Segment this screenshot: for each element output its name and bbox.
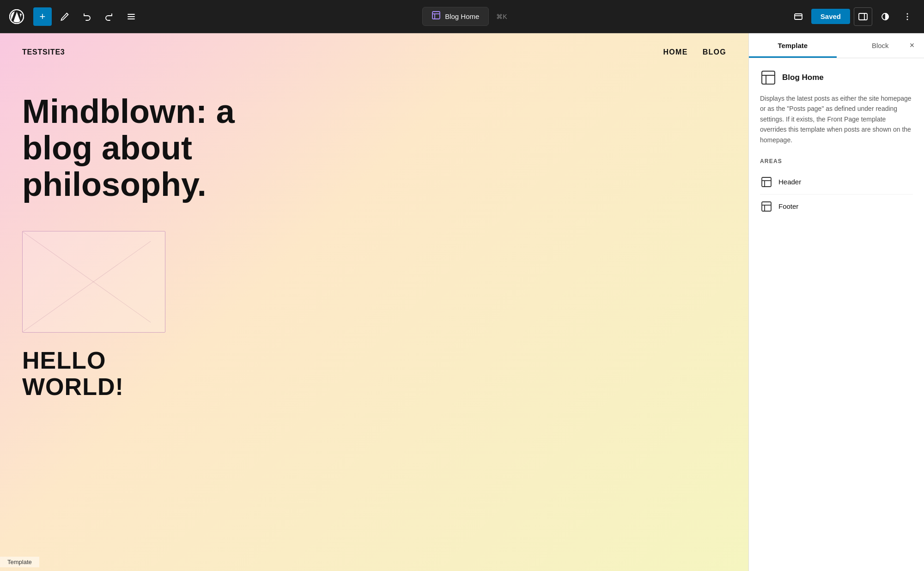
blog-title: Mindblown: a blog about philosophy. <box>0 56 323 203</box>
wp-logo[interactable] <box>7 7 26 26</box>
svg-point-15 <box>907 18 908 20</box>
blog-home-label: Blog Home <box>445 12 479 20</box>
template-icon <box>432 11 440 22</box>
svg-point-13 <box>907 13 908 14</box>
nav-blog[interactable]: BLOG <box>703 48 726 56</box>
toolbar-right: Saved <box>789 7 917 26</box>
footer-area-name: Footer <box>778 202 798 210</box>
template-description: Displays the latest posts as either the … <box>760 93 913 145</box>
svg-rect-22 <box>762 202 771 211</box>
template-name: Blog Home <box>782 73 824 82</box>
blog-home-button[interactable]: Blog Home <box>422 7 489 26</box>
sidebar-close-button[interactable]: × <box>902 36 922 56</box>
theme-toggle-button[interactable] <box>876 7 894 26</box>
sidebar-tabs: Template Block × <box>749 33 924 58</box>
svg-rect-10 <box>859 13 867 20</box>
nav-links: HOME BLOG <box>663 48 726 56</box>
redo-button[interactable] <box>100 7 118 26</box>
area-header[interactable]: Header <box>760 170 913 194</box>
footer-area-icon <box>760 200 773 213</box>
site-title: TESTSITE3 <box>22 48 65 56</box>
sidebar-content: Blog Home Displays the latest posts as e… <box>749 58 924 571</box>
saved-button[interactable]: Saved <box>811 9 850 24</box>
header-area-name: Header <box>778 178 801 186</box>
post-image-placeholder <box>22 231 165 333</box>
tab-template[interactable]: Template <box>749 33 837 58</box>
list-view-button[interactable] <box>122 7 140 26</box>
areas-label: AREAS <box>760 158 913 164</box>
edit-tool-button[interactable] <box>55 7 74 26</box>
sidebar-toggle-button[interactable] <box>854 7 872 26</box>
svg-rect-19 <box>762 177 771 187</box>
template-icon-large <box>760 69 777 86</box>
svg-rect-5 <box>432 12 440 19</box>
view-mode-button[interactable] <box>789 7 808 26</box>
svg-point-14 <box>907 16 908 17</box>
toolbar: + <box>0 0 924 33</box>
nav-home[interactable]: HOME <box>663 48 688 56</box>
canvas-header: TESTSITE3 HOME BLOG <box>0 33 748 56</box>
svg-rect-8 <box>795 14 802 19</box>
bottom-label: Template <box>0 557 39 567</box>
canvas[interactable]: TESTSITE3 HOME BLOG Mindblown: a blog ab… <box>0 33 748 571</box>
shortcut-hint: ⌘K <box>496 13 507 20</box>
sidebar: Template Block × Blog Home Displays the … <box>748 33 924 571</box>
template-header: Blog Home <box>760 69 913 86</box>
area-footer[interactable]: Footer <box>760 194 913 219</box>
header-area-icon <box>760 176 773 188</box>
post-title: HELLOWORLD! <box>0 333 748 400</box>
undo-button[interactable] <box>78 7 96 26</box>
toolbar-center: Blog Home ⌘K <box>144 7 785 26</box>
add-block-button[interactable]: + <box>33 7 52 26</box>
more-options-button[interactable] <box>898 7 917 26</box>
svg-rect-16 <box>762 71 775 84</box>
main-area: TESTSITE3 HOME BLOG Mindblown: a blog ab… <box>0 33 924 571</box>
